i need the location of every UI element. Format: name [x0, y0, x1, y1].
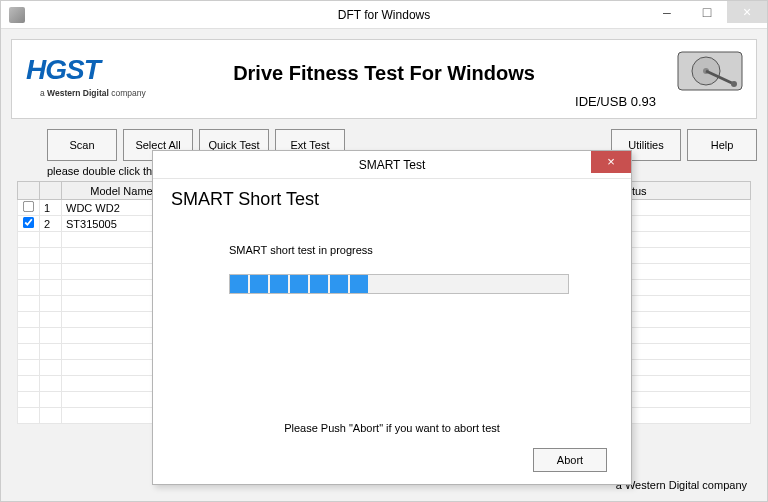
- hdd-icon: [676, 48, 746, 94]
- row-num: 2: [40, 216, 62, 232]
- dialog-hint: Please Push "Abort" if you want to abort…: [153, 422, 631, 434]
- row-checkbox[interactable]: [18, 200, 40, 216]
- progress-bar: [229, 274, 569, 294]
- dialog-title: SMART Test: [359, 158, 426, 172]
- logo-subtext: a Western Digital company: [40, 88, 146, 98]
- smart-test-dialog: SMART Test × SMART Short Test SMART shor…: [152, 150, 632, 485]
- col-check: [18, 182, 40, 200]
- progress-segment: [270, 275, 288, 293]
- dialog-close-button[interactable]: ×: [591, 151, 631, 173]
- minimize-button[interactable]: –: [647, 1, 687, 23]
- version-text: IDE/USB 0.93: [575, 94, 656, 109]
- svg-point-3: [731, 81, 737, 87]
- scan-button[interactable]: Scan: [47, 129, 117, 161]
- row-num: 1: [40, 200, 62, 216]
- banner: HGST a Western Digital company Drive Fit…: [11, 39, 757, 119]
- progress-segment: [330, 275, 348, 293]
- dialog-body: SMART Short Test SMART short test in pro…: [153, 179, 631, 484]
- maximize-button[interactable]: □: [687, 1, 727, 23]
- app-icon: [9, 7, 25, 23]
- close-button[interactable]: ×: [727, 1, 767, 23]
- logo-sub-suffix: company: [109, 88, 146, 98]
- dialog-status: SMART short test in progress: [229, 244, 615, 256]
- help-button[interactable]: Help: [687, 129, 757, 161]
- titlebar: DFT for Windows – □ ×: [1, 1, 767, 29]
- abort-button[interactable]: Abort: [533, 448, 607, 472]
- col-num: [40, 182, 62, 200]
- logo-sub-bold: Western Digital: [47, 88, 109, 98]
- window-controls: – □ ×: [647, 1, 767, 23]
- progress-segment: [290, 275, 308, 293]
- banner-title: Drive Fitness Test For Windows: [12, 62, 756, 85]
- progress-segment: [230, 275, 248, 293]
- dialog-titlebar: SMART Test ×: [153, 151, 631, 179]
- progress-segment: [350, 275, 368, 293]
- progress-segment: [250, 275, 268, 293]
- row-checkbox[interactable]: [18, 216, 40, 232]
- progress-segment: [310, 275, 328, 293]
- dialog-heading: SMART Short Test: [171, 189, 615, 210]
- footer-text: a Western Digital company: [616, 479, 747, 491]
